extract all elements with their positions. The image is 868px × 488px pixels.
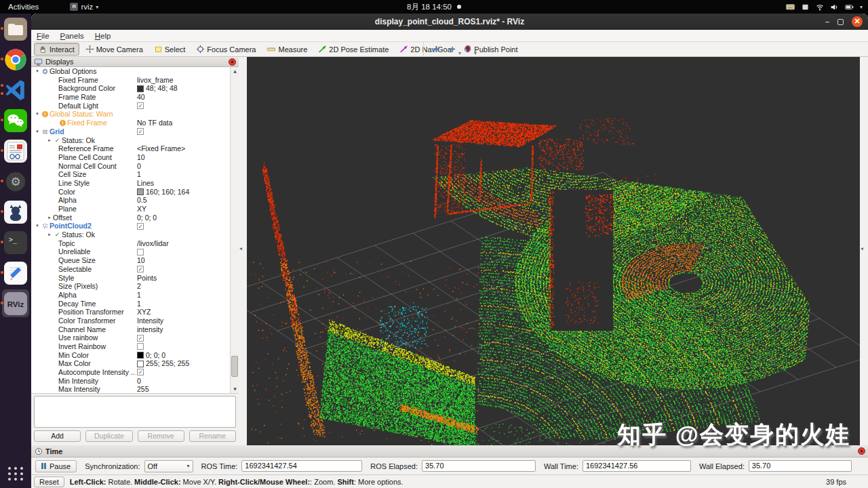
property-value[interactable]: 1	[136, 291, 239, 300]
dock-item-vscode[interactable]	[0, 75, 31, 105]
tree-row[interactable]: ▸✓Status: Ok	[31, 136, 239, 145]
3d-viewport[interactable]	[247, 57, 860, 445]
tool-minus-button[interactable]: ▾	[448, 45, 456, 55]
tree-row[interactable]: PlaneXY	[31, 205, 239, 214]
tree-row[interactable]: ▸Offset0; 0; 0	[31, 214, 239, 222]
tree-row[interactable]: Cell Size1	[31, 170, 239, 179]
checkbox-unchecked[interactable]	[137, 343, 144, 350]
tree-row[interactable]: Reference Frame<Fixed Frame>	[31, 144, 239, 153]
add-button[interactable]: Add	[34, 430, 81, 442]
property-value[interactable]	[136, 343, 239, 350]
tree-row[interactable]: Fixed Framelivox_frame	[31, 76, 239, 85]
dock-item-wechat[interactable]	[0, 105, 31, 136]
wifi-icon[interactable]	[815, 3, 825, 12]
tree-row[interactable]: ▾PointCloud2✓	[31, 222, 239, 230]
property-value[interactable]: ✓	[136, 128, 239, 135]
time-field-value[interactable]: 1692341427.56	[583, 460, 691, 472]
tree-row[interactable]: Channel Nameintensity	[31, 325, 239, 334]
dock-item-docreader[interactable]	[0, 136, 31, 166]
tree-row[interactable]: ▸✓Status: Ok	[31, 230, 239, 239]
tree-row[interactable]: ▾Grid✓	[31, 127, 239, 136]
dock-item-notes[interactable]	[0, 258, 31, 288]
tree-row[interactable]: Min Intensity0	[31, 377, 239, 386]
property-value[interactable]: 10	[136, 256, 239, 265]
panel-splitter-right[interactable]: ◂	[860, 57, 868, 445]
checkbox-checked[interactable]: ✓	[137, 266, 144, 272]
tool-measure[interactable]: Measure	[262, 43, 312, 56]
tree-row[interactable]: Max Intensity255	[31, 385, 239, 394]
property-value[interactable]: 0; 0; 0	[136, 214, 239, 222]
property-value[interactable]: /livox/lidar	[136, 239, 239, 248]
tool-select[interactable]: Select	[149, 43, 191, 56]
time-close-icon[interactable]	[858, 447, 865, 455]
time-field-value[interactable]: 35.70	[422, 460, 536, 472]
property-value[interactable]: XYZ	[136, 308, 239, 317]
property-value[interactable]: livox_frame	[136, 76, 239, 85]
tree-row[interactable]: Alpha1	[31, 291, 239, 300]
time-field-value[interactable]: 35.70	[749, 460, 852, 472]
time-field-value[interactable]: 1692341427.54	[241, 460, 362, 472]
dock-item-files[interactable]	[0, 14, 31, 44]
tree-row[interactable]: Topic/livox/lidar	[31, 239, 239, 248]
collapse-left-icon[interactable]: ◂	[239, 245, 242, 251]
maximize-button[interactable]	[837, 19, 844, 25]
tree-row[interactable]: Plane Cell Count10	[31, 153, 239, 162]
expander-open-icon[interactable]: ▾	[34, 110, 41, 119]
tree-row[interactable]: Autocompute Intensity ...✓	[31, 368, 239, 377]
property-value[interactable]: 0	[136, 162, 239, 171]
dock-item-chrome[interactable]	[0, 44, 31, 75]
window-titlebar[interactable]: display_point_cloud_ROS1.rviz* - RViz – …	[31, 14, 868, 30]
checkbox-unchecked[interactable]	[137, 249, 144, 256]
tree-row[interactable]: Line StyleLines	[31, 179, 239, 188]
tool-eye-button[interactable]: ▾	[463, 45, 472, 55]
property-value[interactable]: XY	[136, 205, 239, 214]
property-value[interactable]: 1	[136, 170, 239, 179]
expander-closed-icon[interactable]: ▸	[46, 230, 53, 239]
dock-item-terminal[interactable]: >_	[0, 227, 31, 258]
property-value[interactable]: 255; 255; 255	[136, 359, 239, 368]
tree-row[interactable]: Max Color255; 255; 255	[31, 359, 239, 368]
displays-close-icon[interactable]	[229, 58, 236, 66]
volume-icon[interactable]	[830, 3, 839, 12]
displays-scrollbar[interactable]: ▲ ▼	[230, 67, 239, 393]
tree-row[interactable]: Size (Pixels)2	[31, 282, 239, 291]
tree-row[interactable]: Color TransformerIntensity	[31, 317, 239, 325]
tool-2d-pose-estimate[interactable]: 2D Pose Estimate	[313, 43, 393, 56]
scroll-up-icon[interactable]: ▲	[231, 67, 239, 75]
property-value[interactable]: No TF data	[136, 119, 239, 127]
checkbox-checked[interactable]: ✓	[137, 102, 144, 109]
tree-row[interactable]: ▾!Global Status: Warn	[31, 110, 239, 119]
menu-file[interactable]: File	[31, 32, 55, 40]
displays-panel-header[interactable]: Displays	[31, 57, 239, 67]
time-panel-header[interactable]: Time	[31, 445, 868, 458]
tree-row[interactable]: Selectable✓	[31, 265, 239, 274]
tool-focus-camera[interactable]: Focus Camera	[191, 43, 260, 56]
menu-panels[interactable]: Panels	[55, 32, 90, 40]
clock[interactable]: 8月 18 14:50	[0, 2, 868, 12]
tree-row[interactable]: Queue Size10	[31, 256, 239, 265]
tree-row[interactable]: !Fixed FrameNo TF data	[31, 119, 239, 127]
expander-open-icon[interactable]: ▾	[34, 67, 41, 76]
property-value[interactable]: ✓	[136, 223, 239, 230]
expander-open-icon[interactable]: ▾	[34, 127, 41, 136]
menu-help[interactable]: Help	[90, 32, 117, 40]
expander-open-icon[interactable]: ▾	[34, 222, 41, 230]
tree-row[interactable]: StylePoints	[31, 274, 239, 283]
property-value[interactable]: 0; 0; 0	[136, 351, 239, 360]
property-value[interactable]	[136, 249, 239, 256]
property-value[interactable]: ✓	[136, 266, 239, 272]
expander-closed-icon[interactable]: ▸	[46, 136, 53, 145]
sync-dropdown[interactable]: Off ▾	[144, 460, 193, 472]
minimize-button[interactable]: –	[825, 18, 829, 26]
property-value[interactable]: 2	[136, 282, 239, 291]
tree-row[interactable]: Invert Rainbow	[31, 342, 239, 351]
property-value[interactable]: 48; 48; 48	[136, 84, 239, 93]
tree-row[interactable]: Use rainbow✓	[31, 333, 239, 342]
panel-splitter-left[interactable]: ◂	[239, 57, 247, 445]
expander-closed-icon[interactable]: ▸	[46, 214, 53, 222]
dock-item-rviz[interactable]: RViz	[0, 288, 31, 319]
scroll-down-icon[interactable]: ▼	[231, 385, 239, 393]
tree-row[interactable]: ▾Global Options	[31, 67, 239, 76]
dock-item-catapp[interactable]	[0, 197, 31, 227]
pointcloud-canvas[interactable]	[247, 57, 860, 445]
